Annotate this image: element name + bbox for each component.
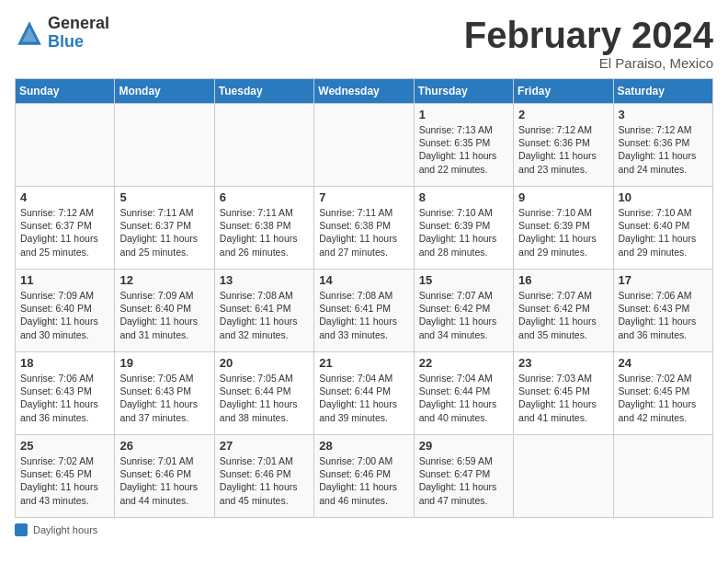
logo: General Blue xyxy=(15,15,109,52)
day-info: Sunrise: 7:12 AMSunset: 6:36 PMDaylight:… xyxy=(619,123,708,176)
day-info: Sunrise: 7:12 AMSunset: 6:37 PMDaylight:… xyxy=(20,206,109,259)
day-number: 2 xyxy=(518,108,608,121)
calendar-cell: 5Sunrise: 7:11 AMSunset: 6:37 PMDaylight… xyxy=(115,187,214,270)
day-number: 3 xyxy=(619,108,708,121)
calendar-cell xyxy=(314,104,414,187)
day-info: Sunrise: 7:06 AMSunset: 6:43 PMDaylight:… xyxy=(619,289,708,341)
day-number: 8 xyxy=(419,190,508,204)
day-info: Sunrise: 7:07 AMSunset: 6:42 PMDaylight:… xyxy=(419,289,508,341)
day-info: Sunrise: 7:04 AMSunset: 6:44 PMDaylight:… xyxy=(319,372,408,424)
calendar-cell: 17Sunrise: 7:06 AMSunset: 6:43 PMDayligh… xyxy=(613,270,712,352)
calendar-cell xyxy=(16,104,115,187)
day-number: 17 xyxy=(619,273,708,287)
day-number: 25 xyxy=(20,439,109,453)
calendar-cell: 3Sunrise: 7:12 AMSunset: 6:36 PMDaylight… xyxy=(613,104,712,187)
day-number: 14 xyxy=(319,273,408,287)
day-info: Sunrise: 7:05 AMSunset: 6:43 PMDaylight:… xyxy=(119,372,209,424)
logo-icon xyxy=(15,18,44,48)
day-info: Sunrise: 7:08 AMSunset: 6:41 PMDaylight:… xyxy=(220,289,309,341)
calendar-cell: 19Sunrise: 7:05 AMSunset: 6:43 PMDayligh… xyxy=(115,352,214,435)
calendar-cell xyxy=(214,104,313,187)
calendar-cell xyxy=(115,104,214,187)
calendar-cell: 25Sunrise: 7:02 AMSunset: 6:45 PMDayligh… xyxy=(16,435,115,518)
calendar-cell: 20Sunrise: 7:05 AMSunset: 6:44 PMDayligh… xyxy=(214,352,313,435)
day-header-sunday: Sunday xyxy=(16,79,115,104)
calendar-cell: 6Sunrise: 7:11 AMSunset: 6:38 PMDaylight… xyxy=(214,187,313,270)
day-info: Sunrise: 7:01 AMSunset: 6:46 PMDaylight:… xyxy=(119,454,209,507)
calendar-cell: 1Sunrise: 7:13 AMSunset: 6:35 PMDaylight… xyxy=(414,104,513,187)
calendar-cell xyxy=(514,435,613,518)
day-number: 29 xyxy=(419,439,508,453)
day-number: 11 xyxy=(20,273,109,287)
calendar-cell: 9Sunrise: 7:10 AMSunset: 6:39 PMDaylight… xyxy=(514,187,613,270)
day-header-wednesday: Wednesday xyxy=(314,79,414,104)
day-number: 23 xyxy=(518,356,608,370)
day-info: Sunrise: 7:09 AMSunset: 6:40 PMDaylight:… xyxy=(20,289,109,341)
day-number: 6 xyxy=(220,190,309,204)
day-number: 10 xyxy=(619,190,708,204)
day-info: Sunrise: 7:04 AMSunset: 6:44 PMDaylight:… xyxy=(419,372,508,424)
calendar-table: SundayMondayTuesdayWednesdayThursdayFrid… xyxy=(15,78,713,518)
week-row-4: 25Sunrise: 7:02 AMSunset: 6:45 PMDayligh… xyxy=(16,435,713,518)
day-info: Sunrise: 7:05 AMSunset: 6:44 PMDaylight:… xyxy=(220,372,309,424)
day-info: Sunrise: 7:13 AMSunset: 6:35 PMDaylight:… xyxy=(419,123,508,176)
day-number: 27 xyxy=(220,439,309,453)
calendar-cell: 4Sunrise: 7:12 AMSunset: 6:37 PMDaylight… xyxy=(16,187,115,270)
day-number: 5 xyxy=(119,190,209,204)
day-info: Sunrise: 7:00 AMSunset: 6:46 PMDaylight:… xyxy=(319,454,408,507)
day-info: Sunrise: 7:11 AMSunset: 6:38 PMDaylight:… xyxy=(319,206,408,259)
calendar-cell: 24Sunrise: 7:02 AMSunset: 6:45 PMDayligh… xyxy=(613,352,712,435)
day-header-saturday: Saturday xyxy=(613,79,712,104)
day-info: Sunrise: 7:10 AMSunset: 6:40 PMDaylight:… xyxy=(619,206,708,259)
day-number: 18 xyxy=(20,356,109,370)
day-number: 24 xyxy=(619,356,708,370)
day-number: 16 xyxy=(518,273,608,287)
calendar-cell: 29Sunrise: 6:59 AMSunset: 6:47 PMDayligh… xyxy=(414,435,513,518)
day-info: Sunrise: 7:08 AMSunset: 6:41 PMDaylight:… xyxy=(319,289,408,341)
day-info: Sunrise: 7:12 AMSunset: 6:36 PMDaylight:… xyxy=(518,123,608,176)
day-info: Sunrise: 7:02 AMSunset: 6:45 PMDaylight:… xyxy=(20,454,109,507)
calendar-cell: 11Sunrise: 7:09 AMSunset: 6:40 PMDayligh… xyxy=(16,270,115,352)
day-number: 26 xyxy=(119,439,209,453)
day-number: 7 xyxy=(319,190,408,204)
calendar-cell: 28Sunrise: 7:00 AMSunset: 6:46 PMDayligh… xyxy=(314,435,414,518)
calendar-cell: 16Sunrise: 7:07 AMSunset: 6:42 PMDayligh… xyxy=(514,270,613,352)
calendar-cell: 23Sunrise: 7:03 AMSunset: 6:45 PMDayligh… xyxy=(514,352,613,435)
calendar-cell xyxy=(613,435,712,518)
week-row-1: 4Sunrise: 7:12 AMSunset: 6:37 PMDaylight… xyxy=(16,187,713,270)
footer-dot xyxy=(15,523,28,536)
footer: Daylight hours xyxy=(15,523,713,536)
day-number: 19 xyxy=(119,356,209,370)
calendar-cell: 18Sunrise: 7:06 AMSunset: 6:43 PMDayligh… xyxy=(16,352,115,435)
logo-blue-text: Blue xyxy=(48,33,109,52)
day-info: Sunrise: 7:07 AMSunset: 6:42 PMDaylight:… xyxy=(518,289,608,341)
calendar-cell: 21Sunrise: 7:04 AMSunset: 6:44 PMDayligh… xyxy=(314,352,414,435)
logo-text: General Blue xyxy=(48,15,109,52)
calendar-cell: 8Sunrise: 7:10 AMSunset: 6:39 PMDaylight… xyxy=(414,187,513,270)
day-header-monday: Monday xyxy=(115,79,214,104)
day-info: Sunrise: 7:10 AMSunset: 6:39 PMDaylight:… xyxy=(419,206,508,259)
calendar-cell: 13Sunrise: 7:08 AMSunset: 6:41 PMDayligh… xyxy=(214,270,313,352)
day-info: Sunrise: 7:09 AMSunset: 6:40 PMDaylight:… xyxy=(119,289,209,341)
day-info: Sunrise: 6:59 AMSunset: 6:47 PMDaylight:… xyxy=(419,454,508,507)
calendar-cell: 2Sunrise: 7:12 AMSunset: 6:36 PMDaylight… xyxy=(514,104,613,187)
calendar-cell: 10Sunrise: 7:10 AMSunset: 6:40 PMDayligh… xyxy=(613,187,712,270)
week-row-3: 18Sunrise: 7:06 AMSunset: 6:43 PMDayligh… xyxy=(16,352,713,435)
day-number: 22 xyxy=(419,356,508,370)
day-info: Sunrise: 7:11 AMSunset: 6:38 PMDaylight:… xyxy=(220,206,309,259)
header: General Blue February 2024 El Paraiso, M… xyxy=(15,15,713,71)
day-info: Sunrise: 7:10 AMSunset: 6:39 PMDaylight:… xyxy=(518,206,608,259)
calendar-cell: 22Sunrise: 7:04 AMSunset: 6:44 PMDayligh… xyxy=(414,352,513,435)
day-info: Sunrise: 7:02 AMSunset: 6:45 PMDaylight:… xyxy=(619,372,708,424)
day-info: Sunrise: 7:11 AMSunset: 6:37 PMDaylight:… xyxy=(119,206,209,259)
day-info: Sunrise: 7:06 AMSunset: 6:43 PMDaylight:… xyxy=(20,372,109,424)
footer-label: Daylight hours xyxy=(33,524,97,535)
calendar-cell: 26Sunrise: 7:01 AMSunset: 6:46 PMDayligh… xyxy=(115,435,214,518)
day-number: 15 xyxy=(419,273,508,287)
day-number: 4 xyxy=(20,190,109,204)
day-header-friday: Friday xyxy=(514,79,613,104)
day-header-thursday: Thursday xyxy=(414,79,513,104)
day-info: Sunrise: 7:03 AMSunset: 6:45 PMDaylight:… xyxy=(518,372,608,424)
day-number: 21 xyxy=(319,356,408,370)
day-info: Sunrise: 7:01 AMSunset: 6:46 PMDaylight:… xyxy=(220,454,309,507)
